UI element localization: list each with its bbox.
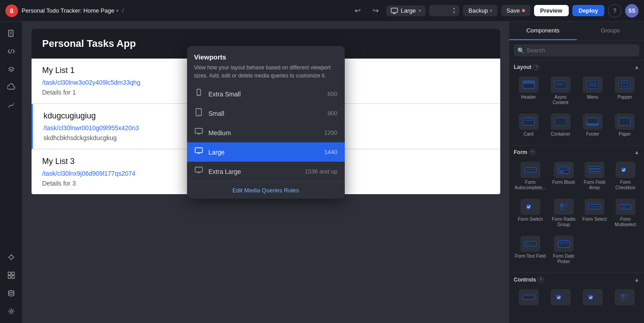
monitor-large-icon: [194, 147, 203, 157]
component-item-form-multiselect[interactable]: Form Multiselect: [611, 196, 639, 230]
component-item-async-content[interactable]: Async Content: [546, 74, 575, 108]
width-arrows: ▲ ▼: [452, 7, 456, 14]
component-item-form-date-picker[interactable]: Form Date Picker: [549, 233, 578, 267]
tab-components[interactable]: Components: [509, 22, 577, 40]
component-item-paper[interactable]: Paper: [610, 111, 639, 140]
form-block-label: Form Block: [552, 180, 575, 185]
control-2-icon: [551, 289, 571, 305]
sidebar-item-code[interactable]: [3, 43, 19, 59]
component-item-form-checkbox[interactable]: Form Checkbox: [611, 159, 639, 193]
svg-rect-42: [619, 81, 630, 89]
help-button[interactable]: ?: [608, 4, 621, 18]
form-field-array-label: Form Field Array: [581, 180, 608, 191]
database-icon: [7, 289, 15, 297]
controls-section-chevron-icon[interactable]: ▲: [634, 277, 639, 283]
component-item-footer[interactable]: Footer: [578, 111, 607, 140]
viewport-option-extra-large[interactable]: Extra Large 1536 and up: [187, 162, 345, 181]
form-autocomplete-icon: [521, 162, 540, 178]
viewport-option-medium[interactable]: Medium 1200: [187, 123, 345, 142]
paper-label: Paper: [619, 132, 631, 137]
svg-point-85: [626, 294, 628, 297]
control-4-icon: [615, 289, 635, 305]
component-item-popper[interactable]: Popper: [610, 74, 639, 108]
svg-rect-35: [555, 81, 566, 89]
component-item-container[interactable]: Container: [546, 111, 575, 140]
component-item-form-switch[interactable]: Form Switch: [514, 196, 547, 230]
deploy-button[interactable]: Deploy: [572, 5, 604, 16]
form-help-icon[interactable]: ?: [529, 149, 535, 155]
header-icon: [519, 77, 539, 93]
width-down-arrow[interactable]: ▼: [452, 11, 456, 14]
control-1-icon: [519, 289, 539, 305]
component-item-form-field-array[interactable]: Form Field Array: [580, 159, 609, 193]
save-button[interactable]: Save: [501, 5, 530, 16]
sidebar-item-functions[interactable]: [3, 97, 19, 114]
container-icon: [551, 114, 571, 130]
component-item-control-3[interactable]: [578, 287, 607, 310]
viewport-option-small[interactable]: Small 900: [187, 104, 345, 123]
edit-media-queries-link[interactable]: Edit Media Queries Rules: [233, 187, 299, 194]
layout-section-chevron-icon[interactable]: ▲: [634, 64, 639, 70]
component-item-control-1[interactable]: [514, 287, 543, 310]
svg-rect-76: [560, 243, 562, 245]
svg-rect-78: [566, 243, 568, 245]
component-item-control-2[interactable]: [546, 287, 575, 310]
svg-rect-0: [391, 8, 397, 13]
component-item-form-text-field[interactable]: Form Text Field: [514, 233, 547, 267]
sidebar-item-pages[interactable]: [3, 25, 19, 41]
svg-rect-14: [8, 272, 11, 275]
viewport-label-small: Small: [209, 110, 322, 117]
main-area: Personal Tasks App My List 1 /task/cl30l…: [0, 22, 644, 323]
sidebar-item-theme[interactable]: [3, 249, 19, 265]
component-item-header[interactable]: Header: [514, 74, 543, 108]
component-item-form-autocomplete[interactable]: Form Autocomplete...: [514, 159, 547, 193]
redo-button[interactable]: ↪: [368, 4, 383, 18]
width-input[interactable]: 1,440: [433, 7, 451, 14]
controls-help-icon[interactable]: ?: [538, 277, 544, 283]
footer-icon: [583, 114, 603, 130]
component-item-form-block[interactable]: Form Block: [549, 159, 578, 193]
paper-icon: [615, 114, 635, 130]
monitor-icon: [391, 7, 398, 14]
search-icon: 🔍: [517, 47, 525, 54]
undo-button[interactable]: ↩: [350, 4, 365, 18]
component-item-form-select[interactable]: Form Select: [580, 196, 609, 230]
components-search-input[interactable]: [514, 44, 639, 56]
viewport-option-extra-small[interactable]: Extra Small 600: [187, 84, 345, 104]
component-item-card[interactable]: Card: [514, 111, 543, 140]
sidebar-item-cloud[interactable]: [3, 79, 19, 96]
svg-rect-79: [523, 295, 534, 300]
svg-line-7: [10, 49, 12, 54]
sidebar-item-grid[interactable]: [3, 267, 19, 283]
component-item-menu[interactable]: Menu: [578, 74, 607, 108]
viewport-option-large[interactable]: Large 1440: [187, 142, 345, 162]
async-content-icon: [551, 77, 571, 93]
form-section-chevron-icon[interactable]: ▲: [634, 149, 639, 155]
sidebar-item-database[interactable]: [3, 285, 19, 301]
preview-button[interactable]: Preview: [534, 5, 569, 16]
viewport-label-extra-small: Extra Small: [209, 91, 322, 98]
form-multiselect-icon: [616, 199, 635, 215]
svg-rect-34: [523, 81, 534, 84]
menu-icon: [583, 77, 603, 93]
backup-button[interactable]: Backup ▾: [463, 5, 497, 16]
form-text-field-label: Form Text Field: [515, 254, 546, 259]
form-switch-icon: [521, 199, 540, 215]
viewport-size-medium: 1200: [324, 129, 338, 136]
topbar-actions: ↩ ↪ Large ▾ 1,440 ▲ ▼ Backup ▾ Save Pr: [350, 4, 639, 18]
avatar[interactable]: SS: [625, 4, 639, 18]
controls-section-title: Controls ?: [514, 277, 544, 283]
vd-header: Viewports View how your layout behave ba…: [187, 46, 345, 84]
sidebar-item-settings[interactable]: [3, 303, 19, 319]
tab-groups[interactable]: Groups: [577, 22, 644, 40]
sidebar-item-layers[interactable]: [3, 61, 19, 77]
monitor-xl-icon: [194, 166, 203, 177]
width-up-arrow[interactable]: ▲: [452, 7, 456, 10]
layers-icon: [7, 65, 15, 73]
project-chevron-icon[interactable]: ▾: [116, 8, 119, 13]
component-item-form-radio-group[interactable]: Form Radio Group: [549, 196, 578, 230]
layout-help-icon[interactable]: ?: [533, 64, 539, 70]
component-item-control-4[interactable]: [610, 287, 639, 310]
app-title: Personal Tasks App: [42, 38, 136, 49]
viewport-selector-button[interactable]: Large ▾: [386, 5, 425, 16]
